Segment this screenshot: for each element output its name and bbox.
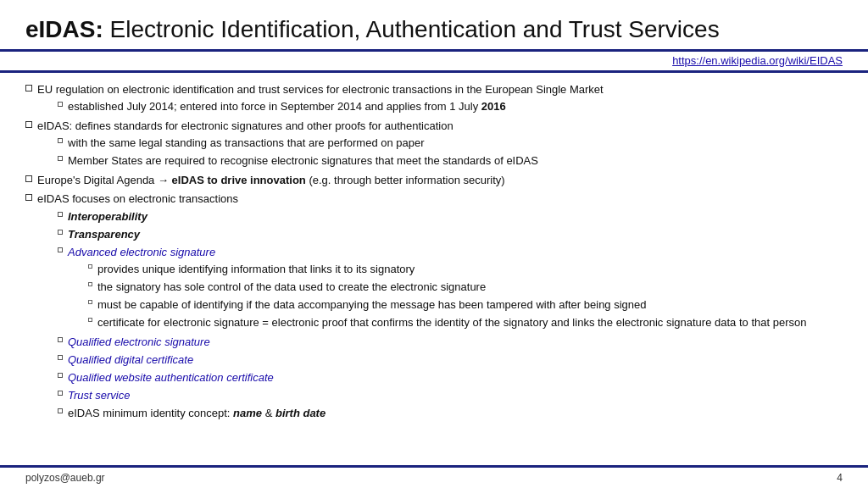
sub-list: Interoperability Transparency Advanced e…	[58, 208, 806, 423]
bullet-icon	[58, 408, 63, 413]
bullet-icon	[25, 175, 32, 182]
footer-page-number: 4	[837, 472, 843, 484]
list-item: must be capable of identifying if the da…	[88, 297, 806, 313]
bullet-icon	[25, 194, 32, 201]
bullet-icon	[58, 355, 63, 360]
item-text: with the same legal standing as transact…	[68, 135, 425, 152]
item-text: EU regulation on electronic identificati…	[37, 83, 604, 96]
slide: eIDAS: Electronic Identification, Authen…	[0, 0, 868, 488]
title-rest: Electronic Identification, Authenticatio…	[103, 16, 720, 42]
sub-sub-list: provides unique identifying information …	[88, 261, 806, 332]
trust-service-label: Trust service	[68, 387, 130, 404]
slide-content: EU regulation on electronic identificati…	[0, 73, 868, 465]
list-item: Advanced electronic signature provides u…	[58, 244, 806, 333]
list-item: established July 2014; entered into forc…	[58, 98, 604, 115]
bullet-icon	[58, 247, 63, 252]
bullet-icon	[88, 318, 92, 322]
item-text: eIDAS minimum identity concept: name & b…	[68, 405, 326, 422]
item-text: the signatory has sole control of the da…	[97, 279, 486, 296]
qualified-digital-cert-label: Qualified digital certificate	[68, 352, 193, 369]
list-item: Interoperability	[58, 208, 806, 225]
bullet-icon	[25, 85, 32, 92]
bullet-icon	[25, 121, 32, 128]
bullet-icon	[58, 156, 63, 161]
item-text: must be capable of identifying if the da…	[97, 297, 647, 313]
list-item: Europe's Digital Agenda → eIDAS to drive…	[25, 172, 843, 189]
list-item: the signatory has sole control of the da…	[88, 279, 806, 296]
list-item: Transparency	[58, 226, 806, 243]
list-item: Trust service	[58, 387, 806, 404]
bullet-icon	[88, 300, 92, 304]
item-text: Member States are required to recognise …	[68, 152, 538, 169]
list-item: eIDAS: defines standards for electronic …	[25, 118, 843, 170]
slide-footer: polyzos@aueb.gr 4	[0, 465, 868, 488]
bullet-icon	[58, 373, 63, 378]
bullet-icon	[58, 391, 63, 396]
bullet-icon	[58, 102, 63, 107]
list-item: certificate for electronic signature = e…	[88, 314, 806, 331]
slide-title: eIDAS: Electronic Identification, Authen…	[25, 15, 843, 44]
list-item: EU regulation on electronic identificati…	[25, 81, 843, 116]
item-text: Transparency	[68, 226, 140, 243]
list-item: provides unique identifying information …	[88, 261, 806, 278]
bullet-icon	[58, 230, 63, 235]
list-item: Member States are required to recognise …	[58, 152, 538, 169]
bullet-icon	[58, 337, 63, 342]
list-item: with the same legal standing as transact…	[58, 135, 538, 152]
list-item: Qualified website authentication certifi…	[58, 369, 806, 386]
sub-list: established July 2014; entered into forc…	[58, 98, 604, 115]
main-list: EU regulation on electronic identificati…	[25, 81, 843, 424]
footer-email: polyzos@aueb.gr	[25, 472, 105, 484]
bullet-icon	[58, 212, 63, 217]
link-row: https://en.wikipedia.org/wiki/EIDAS	[0, 52, 868, 73]
bullet-icon	[58, 138, 63, 143]
item-text: eIDAS: defines standards for electronic …	[37, 119, 453, 132]
wikipedia-link[interactable]: https://en.wikipedia.org/wiki/EIDAS	[672, 54, 843, 67]
list-item: eIDAS focuses on electronic transactions…	[25, 191, 843, 423]
item-text: Europe's Digital Agenda → eIDAS to drive…	[37, 172, 505, 189]
slide-header: eIDAS: Electronic Identification, Authen…	[0, 0, 868, 52]
title-bold: eIDAS:	[25, 16, 103, 42]
advanced-signature-label: Advanced electronic signature	[68, 246, 215, 258]
list-item: Qualified electronic signature	[58, 334, 806, 351]
list-item: Qualified digital certificate	[58, 352, 806, 369]
qualified-signature-label: Qualified electronic signature	[68, 334, 210, 351]
bullet-icon	[88, 282, 92, 286]
qualified-website-cert-label: Qualified website authentication certifi…	[68, 369, 274, 386]
item-text: provides unique identifying information …	[97, 261, 415, 278]
bullet-icon	[88, 264, 92, 269]
item-text: established July 2014; entered into forc…	[68, 98, 506, 115]
item-text: eIDAS focuses on electronic transactions	[37, 192, 238, 205]
item-text: Interoperability	[68, 208, 147, 225]
sub-list: with the same legal standing as transact…	[58, 135, 538, 169]
list-item: eIDAS minimum identity concept: name & b…	[58, 405, 806, 422]
item-text: certificate for electronic signature = e…	[97, 314, 806, 331]
